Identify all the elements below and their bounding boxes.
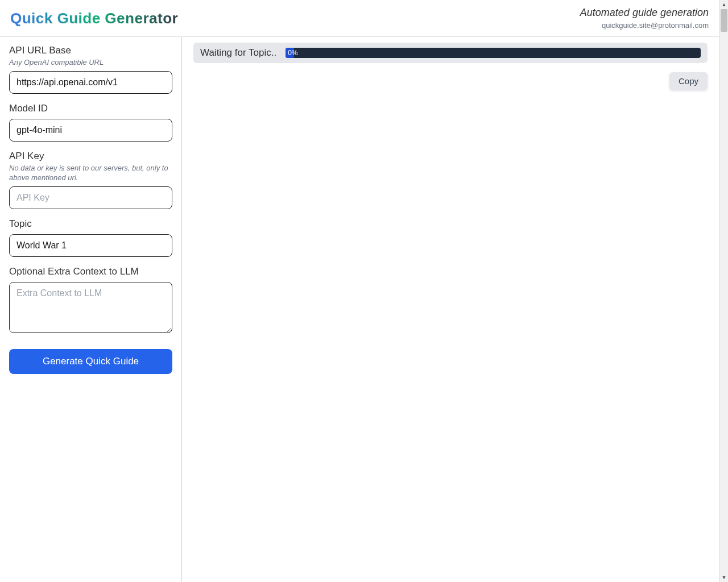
model-id-input[interactable] (9, 119, 172, 142)
progress-label: 0% (288, 49, 297, 57)
scroll-down-icon[interactable]: ▼ (719, 573, 728, 582)
extra-context-input[interactable] (9, 282, 172, 333)
generate-button[interactable]: Generate Quick Guide (9, 349, 172, 374)
topic-label: Topic (9, 218, 172, 230)
api-key-hint: No data or key is sent to our servers, b… (9, 163, 172, 183)
content-area: Waiting for Topic.. 0% Copy (182, 37, 719, 582)
model-id-label: Model ID (9, 103, 172, 114)
api-url-input[interactable] (9, 71, 172, 94)
sidebar: API URL Base Any OpenAI compatible URL M… (0, 37, 182, 582)
api-key-label: API Key (9, 151, 172, 162)
header-subtitle: Automated guide generation (580, 7, 709, 19)
scroll-up-icon[interactable]: ▲ (719, 0, 728, 9)
copy-button[interactable]: Copy (669, 72, 708, 90)
status-bar: Waiting for Topic.. 0% (193, 43, 708, 63)
field-model-id: Model ID (9, 103, 172, 142)
field-api-key: API Key No data or key is sent to our se… (9, 151, 172, 209)
api-url-label: API URL Base (9, 45, 172, 56)
api-url-hint: Any OpenAI compatible URL (9, 57, 172, 68)
app-title: Quick Guide Generator (10, 10, 178, 27)
field-api-url: API URL Base Any OpenAI compatible URL (9, 45, 172, 94)
scroll-thumb[interactable] (721, 9, 727, 32)
header-right: Automated guide generation quickguide.si… (580, 7, 709, 30)
field-topic: Topic (9, 218, 172, 257)
extra-context-label: Optional Extra Context to LLM (9, 266, 172, 277)
vertical-scrollbar[interactable]: ▲ ▼ (719, 0, 728, 582)
field-extra-context: Optional Extra Context to LLM (9, 266, 172, 335)
topic-input[interactable] (9, 234, 172, 257)
progress-bar: 0% (286, 48, 701, 58)
api-key-input[interactable] (9, 186, 172, 209)
header: Quick Guide Generator Automated guide ge… (0, 0, 719, 37)
header-contact: quickguide.site@protonmail.com (580, 21, 709, 30)
status-text: Waiting for Topic.. (200, 47, 276, 59)
